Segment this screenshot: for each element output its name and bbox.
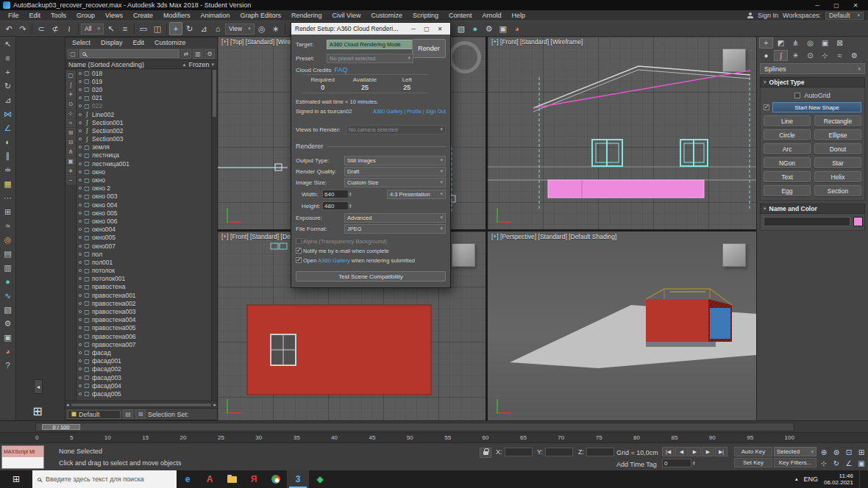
- go-to-start-button[interactable]: |◀: [662, 447, 675, 456]
- display-geometry-icon[interactable]: ▢: [66, 71, 76, 79]
- open-gallery-checkbox[interactable]: [296, 257, 302, 263]
- visibility-icon[interactable]: [79, 285, 82, 288]
- snaps-toggle-icon[interactable]: ⋈: [1, 108, 15, 120]
- play-button[interactable]: ▶: [689, 447, 701, 456]
- visibility-icon[interactable]: [79, 80, 82, 83]
- menu-rendering[interactable]: Rendering: [286, 12, 327, 19]
- scene-object-row[interactable]: ▢правостена003: [77, 307, 211, 315]
- tray-clock[interactable]: 11:46 06.02.2021: [824, 473, 853, 486]
- workspaces-dropdown[interactable]: Default ▾: [825, 12, 864, 20]
- rectangular-selection-region-icon[interactable]: ▭: [137, 22, 150, 35]
- visibility-icon[interactable]: [79, 104, 82, 107]
- visibility-icon[interactable]: [79, 121, 82, 124]
- viewport-front-wireframe[interactable]: [+] [Front] [Standard] [Wireframe]: [488, 37, 756, 229]
- visibility-icon[interactable]: [79, 88, 82, 91]
- visibility-icon[interactable]: [79, 162, 82, 165]
- spinner-arrows-icon[interactable]: ▲▼: [349, 204, 354, 209]
- window-crossing-toggle-icon[interactable]: ◫: [151, 22, 164, 35]
- active-layer-field[interactable]: Default: [68, 410, 121, 419]
- scene-object-row[interactable]: ▢лестница001: [77, 159, 211, 168]
- visibility-icon[interactable]: [79, 146, 82, 148]
- visibility-icon[interactable]: [79, 261, 82, 264]
- menu-graph-editors[interactable]: Graph Editors: [235, 12, 286, 19]
- scene-object-row[interactable]: ▢правостена: [77, 283, 211, 291]
- shape-button-text[interactable]: Text: [764, 171, 811, 182]
- preset-dropdown[interactable]: No preset selected ▾: [327, 54, 413, 63]
- visibility-icon[interactable]: [79, 137, 82, 140]
- vertical-scrollbar[interactable]: [211, 69, 217, 401]
- select-and-scale-icon[interactable]: ⊿: [1, 94, 15, 106]
- use-pivot-point-center-icon[interactable]: ◎: [255, 22, 268, 35]
- scene-object-row[interactable]: ▢окно 003: [77, 193, 211, 201]
- visibility-icon[interactable]: [79, 351, 82, 354]
- start-new-shape-button[interactable]: Start New Shape: [772, 102, 861, 112]
- key-selection-dropdown[interactable]: Selected ▾: [774, 447, 817, 456]
- scene-object-row[interactable]: ▢лестница: [77, 151, 211, 159]
- visibility-icon[interactable]: [79, 269, 82, 272]
- visibility-icon[interactable]: [79, 245, 82, 248]
- visibility-icon[interactable]: [79, 187, 82, 190]
- autogrid-checkbox[interactable]: [794, 93, 800, 98]
- next-frame-button[interactable]: ▶: [702, 447, 714, 456]
- reference-coordinate-system-dropdown[interactable]: View▾: [225, 24, 255, 35]
- scene-object-row[interactable]: ▢фасад002: [77, 365, 211, 373]
- material-editor-icon[interactable]: ●: [1, 276, 15, 287]
- scene-explorer-header[interactable]: Name (Sorted Ascending) ▲ Frozen ▾: [65, 60, 217, 69]
- scene-object-row[interactable]: ▢фасад001: [77, 357, 211, 365]
- visibility-icon[interactable]: [79, 326, 82, 329]
- start-new-shape-checkbox[interactable]: [764, 104, 769, 110]
- z-coordinate-field[interactable]: [586, 448, 614, 456]
- close-icon[interactable]: ✕: [433, 23, 447, 35]
- visibility-icon[interactable]: [79, 171, 82, 173]
- notify-checkbox[interactable]: [296, 248, 302, 254]
- time-slider-handle[interactable]: 0 / 100: [42, 424, 80, 430]
- minimize-icon[interactable]: ─: [808, 0, 827, 10]
- layer-list-icon[interactable]: ▤: [123, 409, 133, 419]
- toggle-layer-explorer-icon[interactable]: ▥: [1, 262, 15, 273]
- select-and-move-icon[interactable]: +: [1, 66, 15, 78]
- display-xrefs-icon[interactable]: ⊟: [66, 137, 76, 146]
- dock-collapse-button[interactable]: ◂: [34, 379, 43, 394]
- redo-icon[interactable]: ↷: [16, 22, 29, 35]
- taskbar-search[interactable]: Введите здесь текст для поиска: [32, 470, 177, 488]
- select-and-scale-icon[interactable]: ⊿: [197, 22, 210, 35]
- close-icon[interactable]: ✕: [846, 0, 865, 10]
- column-settings-icon[interactable]: ⚙: [204, 49, 215, 59]
- menu-civil-view[interactable]: Civil View: [327, 12, 366, 19]
- zoom-all-icon[interactable]: ⊛: [830, 447, 842, 457]
- scene-object-row[interactable]: ∫Line002: [77, 110, 211, 118]
- visibility-icon[interactable]: [79, 113, 82, 116]
- scene-object-row[interactable]: ▢правостена002: [77, 299, 211, 307]
- scene-object-row[interactable]: ▢окно007: [77, 242, 211, 250]
- chevron-down-icon[interactable]: ▾: [211, 62, 214, 68]
- explorer-menu-customize[interactable]: Customize: [149, 39, 191, 46]
- column-frozen-header[interactable]: Frozen: [188, 61, 209, 68]
- name-color-rollout-header[interactable]: ▾ Name and Color: [760, 204, 865, 214]
- taskbar-green-app-icon[interactable]: ◆: [309, 470, 331, 488]
- visibility-icon[interactable]: [79, 310, 82, 313]
- faq-link[interactable]: FAQ: [334, 66, 347, 73]
- shape-button-star[interactable]: Star: [814, 157, 861, 168]
- unlink-selection-icon[interactable]: ⊄: [49, 22, 62, 35]
- scene-explorer-toggle-icon[interactable]: ⊞: [28, 403, 47, 419]
- menu-scripting[interactable]: Scripting: [408, 12, 444, 19]
- taskbar-yandex-browser-icon[interactable]: Я: [243, 470, 265, 488]
- scene-object-row[interactable]: ▢окно: [77, 176, 211, 184]
- language-indicator[interactable]: ENG: [803, 476, 818, 483]
- hierarchy-tab-icon[interactable]: ⋔: [789, 37, 803, 49]
- visibility-icon[interactable]: [79, 253, 82, 256]
- explorer-menu-display[interactable]: Display: [96, 39, 128, 46]
- horizontal-scrollbar[interactable]: ◂ ▸: [65, 401, 217, 408]
- show-desktop-button[interactable]: [859, 470, 865, 488]
- angle-snap-toggle-icon[interactable]: ∠: [1, 122, 15, 134]
- visibility-icon[interactable]: [79, 376, 82, 379]
- display-shapes-icon[interactable]: ∫: [66, 80, 76, 89]
- selection-filter-dropdown[interactable]: All▾: [81, 24, 104, 35]
- menu-modifiers[interactable]: Modifiers: [158, 12, 196, 19]
- visibility-icon[interactable]: [79, 294, 82, 297]
- track-bar[interactable]: 0510152025303540455055606570758085909510…: [0, 432, 868, 442]
- taskbar-3ds-max-icon[interactable]: 3: [287, 470, 309, 488]
- select-and-manipulate-icon[interactable]: ∗: [269, 22, 282, 35]
- file-format-dropdown[interactable]: JPEG ▾: [344, 224, 446, 234]
- scene-object-row[interactable]: ▢окно 006: [77, 217, 211, 225]
